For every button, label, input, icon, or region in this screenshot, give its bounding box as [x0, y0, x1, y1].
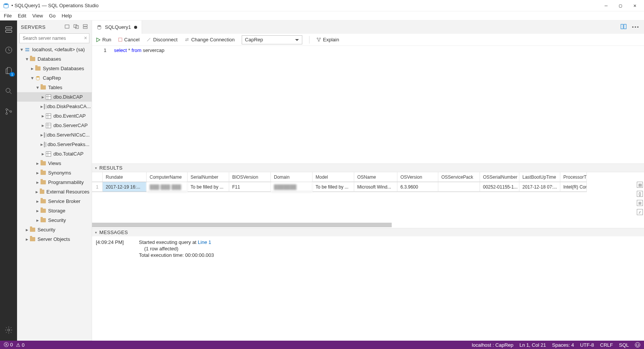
disconnect-button[interactable]: Disconnect — [146, 37, 177, 42]
save-csv-icon[interactable]: ▤ — [637, 182, 643, 188]
activity-task-history[interactable] — [3, 45, 14, 55]
server-icon[interactable] — [83, 24, 88, 30]
minimize-button[interactable]: — — [602, 3, 610, 8]
grid-header[interactable]: ComputerName — [147, 172, 188, 182]
menu-file[interactable]: File — [4, 13, 12, 19]
explain-button[interactable]: Explain — [316, 37, 339, 42]
svg-rect-19 — [624, 24, 626, 29]
svg-point-8 — [8, 329, 10, 331]
more-icon[interactable]: ••• — [632, 24, 639, 30]
grid-cell[interactable]: 2017-12-19 16:... — [103, 182, 147, 192]
tree-table-servercap[interactable]: ▸dbo.ServerCAP — [17, 121, 92, 130]
menu-edit[interactable]: Edit — [18, 13, 26, 19]
grid-header[interactable]: SerialNumber — [188, 172, 229, 182]
status-encoding[interactable]: UTF-8 — [580, 342, 594, 348]
new-connection-icon[interactable] — [64, 24, 70, 30]
grid-header[interactable]: Model — [313, 172, 354, 182]
activity-search[interactable] — [3, 86, 14, 96]
query-toolbar: Run Cancel Disconnect Change Connection … — [92, 34, 644, 46]
grid-cell[interactable]: Microsoft Wind... — [354, 182, 397, 192]
change-connection-button[interactable]: Change Connection — [184, 37, 235, 42]
save-excel-icon[interactable]: ⊞ — [637, 200, 643, 206]
results-header[interactable]: ▾RESULTS — [92, 163, 644, 172]
grid-cell[interactable]: 00252-01155-1... — [480, 182, 519, 192]
grid-cell[interactable]: Intel(R) Cor — [560, 182, 587, 192]
grid-cell[interactable]: ███ ███ ███ — [147, 182, 188, 192]
tree-table-eventcap[interactable]: ▸dbo.EventCAP — [17, 111, 92, 121]
svg-point-16 — [36, 76, 40, 77]
feedback-icon[interactable] — [635, 342, 640, 347]
chart-icon[interactable]: ⫽ — [637, 209, 643, 215]
tree-security[interactable]: ▸Security — [17, 225, 92, 234]
tree-external-resources[interactable]: ▸External Resources — [17, 187, 92, 197]
results-grid[interactable]: Rundate ComputerName SerialNumber BIOSVe… — [92, 172, 644, 192]
activity-source-control[interactable] — [3, 106, 14, 117]
grid-header[interactable]: Domain — [271, 172, 313, 182]
grid-header[interactable]: BIOSVersion — [229, 172, 271, 182]
database-select[interactable]: CapRep — [242, 35, 302, 44]
grid-cell[interactable]: 6.3.9600 — [397, 182, 438, 192]
grid-header[interactable]: OSVersion — [397, 172, 438, 182]
status-spaces[interactable]: Spaces: 4 — [552, 342, 574, 348]
grid-cell[interactable]: 2017-12-18 07:... — [519, 182, 560, 192]
tree-table-servernics[interactable]: ▸dbo.ServerNICsC... — [17, 130, 92, 140]
grid-cell[interactable]: To be filled by ... — [313, 182, 354, 192]
messages-header[interactable]: ▾MESSAGES — [92, 228, 644, 236]
tree-storage[interactable]: ▸Storage — [17, 206, 92, 215]
tree-caprep[interactable]: ▾CapRep — [17, 73, 92, 83]
grid-cell[interactable]: ███████ — [271, 182, 313, 192]
maximize-button[interactable]: ▢ — [617, 3, 624, 8]
activity-servers[interactable] — [3, 24, 14, 35]
tree-table-diskpeaks[interactable]: ▸dbo.DiskPeaksCA... — [17, 102, 92, 111]
tree-programmability[interactable]: ▸Programmability — [17, 178, 92, 187]
grid-header[interactable]: ProcessorTy — [560, 172, 587, 182]
grid-header[interactable]: OSServicePack — [438, 172, 480, 182]
svg-point-5 — [6, 108, 8, 110]
grid-cell[interactable]: To be filled by ... — [188, 182, 229, 192]
run-button[interactable]: Run — [96, 37, 111, 42]
grid-header[interactable]: LastBootUpTime — [519, 172, 560, 182]
tree-databases[interactable]: ▾Databases — [17, 54, 92, 64]
tree-table-serverpeaks[interactable]: ▸dbo.ServerPeaks... — [17, 140, 92, 149]
cancel-button[interactable]: Cancel — [118, 37, 139, 42]
grid-header[interactable]: OSName — [354, 172, 397, 182]
tab-sqlquery1[interactable]: SQLQuery1 — [92, 20, 142, 34]
message-link-line[interactable]: Line 1 — [198, 239, 211, 245]
grid-header[interactable]: Rundate — [103, 172, 147, 182]
tree-tables[interactable]: ▾Tables — [17, 83, 92, 92]
grid-header[interactable] — [92, 172, 103, 182]
tree-server-objects[interactable]: ▸Server Objects — [17, 234, 92, 244]
activity-settings[interactable] — [3, 325, 14, 335]
grid-cell[interactable]: F11 — [229, 182, 271, 192]
new-group-icon[interactable] — [73, 24, 79, 30]
tree-server[interactable]: ▾localhost, <default> (sa) — [17, 45, 92, 54]
compare-icon[interactable] — [621, 24, 627, 31]
status-language[interactable]: SQL — [619, 342, 629, 348]
tree-synonyms[interactable]: ▸Synonyms — [17, 168, 92, 178]
menu-view[interactable]: View — [32, 13, 43, 19]
status-connection[interactable]: localhost : CapRep — [472, 342, 513, 348]
tree-service-broker[interactable]: ▸Service Broker — [17, 197, 92, 206]
tree-views[interactable]: ▸Views — [17, 159, 92, 168]
status-errors[interactable]: ⓧ 0 — [4, 341, 13, 348]
tree-table-diskcap[interactable]: ▸dbo.DiskCAP — [17, 92, 92, 102]
activity-explorer[interactable]: 1 — [3, 65, 14, 76]
menu-go[interactable]: Go — [49, 13, 55, 19]
grid-cell[interactable]: 1 — [92, 182, 103, 192]
clear-search-icon[interactable]: × — [84, 35, 87, 41]
status-cursor[interactable]: Ln 1, Col 21 — [519, 342, 546, 348]
servers-sidebar: SERVERS × ▾localhost, <default> (sa) ▾Da… — [17, 20, 92, 341]
tree-security-db[interactable]: ▸Security — [17, 215, 92, 225]
menu-help[interactable]: Help — [62, 13, 72, 19]
status-warnings[interactable]: ⚠ 0 — [16, 342, 25, 348]
status-eol[interactable]: CRLF — [600, 342, 613, 348]
tree-system-databases[interactable]: ▸System Databases — [17, 64, 92, 73]
close-button[interactable]: ✕ — [631, 3, 639, 8]
tree-table-totalcap[interactable]: ▸dbo.TotalCAP — [17, 149, 92, 159]
grid-cell[interactable] — [438, 182, 480, 192]
save-json-icon[interactable]: {} — [637, 191, 643, 197]
search-servers-input[interactable] — [19, 33, 89, 43]
code-editor[interactable]: 1 select * from servercap — [92, 46, 644, 163]
grid-header[interactable]: OSSerialNumber — [480, 172, 519, 182]
horizontal-scrollbar[interactable] — [92, 223, 637, 227]
